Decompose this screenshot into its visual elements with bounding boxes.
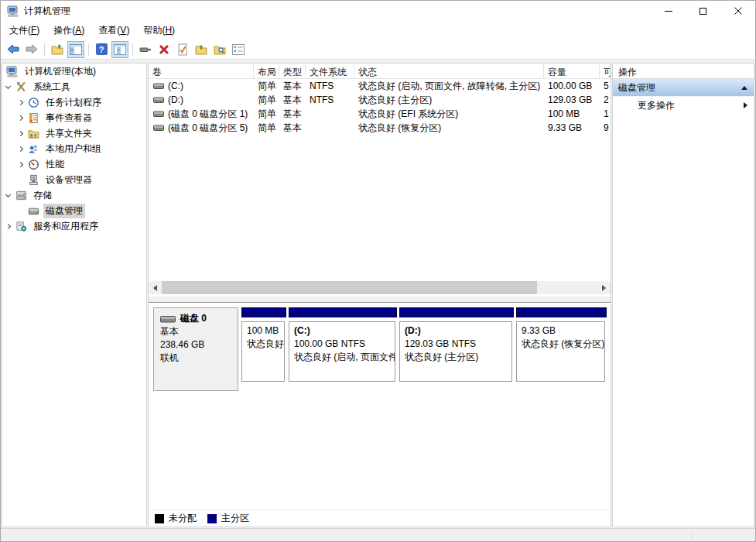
chevron-collapsed-icon[interactable]	[5, 223, 11, 228]
chevron-collapsed-icon[interactable]	[18, 146, 23, 151]
tree-item-label: 服务和应用程序	[31, 219, 101, 234]
chevron-expanded-icon[interactable]	[5, 191, 11, 197]
menu-help[interactable]: 帮助(H)	[136, 22, 182, 39]
close-icon	[734, 7, 742, 15]
menu-label: 文件(	[9, 25, 31, 36]
performance-icon	[27, 158, 39, 170]
delete-x-icon	[159, 44, 169, 55]
partition-status: 状态良好 (恢复分区)	[522, 338, 604, 351]
scroll-right-button[interactable]	[597, 281, 611, 294]
back-button[interactable]	[5, 41, 22, 58]
delete-button[interactable]	[156, 41, 173, 58]
volume-type: 基本	[279, 80, 306, 93]
volume-free: 9	[600, 122, 611, 133]
chevron-collapsed-icon[interactable]	[18, 99, 23, 105]
column-header-volume[interactable]: 卷	[149, 63, 254, 78]
column-header-layout[interactable]: 布局	[254, 63, 279, 78]
partition-efi[interactable]: 100 MB 状态良好	[241, 307, 286, 391]
scrollbar-thumb[interactable]	[162, 281, 537, 294]
minimize-button[interactable]	[651, 1, 686, 21]
tree-item-local-users-groups[interactable]: 本地用户和组	[2, 141, 146, 156]
chevron-collapsed-icon[interactable]	[18, 130, 23, 136]
tree-item-performance[interactable]: 性能	[2, 156, 146, 172]
column-header-type[interactable]: 类型	[279, 63, 306, 78]
disk-device-icon	[139, 43, 152, 56]
tree-item-task-scheduler[interactable]: 任务计划程序	[2, 94, 146, 110]
tree-item-label: 事件查看器	[43, 111, 94, 125]
disk-type: 基本	[160, 325, 231, 338]
tree-item-computer-management[interactable]: 计算机管理(本地)	[2, 63, 146, 79]
chevron-collapsed-icon[interactable]	[18, 115, 23, 120]
forward-arrow-icon	[26, 44, 38, 54]
volume-row-partition1[interactable]: (磁盘 0 磁盘分区 1) 简单 基本 状态良好 (EFI 系统分区) 100 …	[149, 107, 611, 121]
computer-icon	[7, 5, 19, 17]
device-manager-icon	[27, 173, 39, 186]
tree-item-storage[interactable]: 存储	[2, 187, 146, 203]
volume-icon	[153, 124, 164, 132]
menu-file[interactable]: 文件(F)	[2, 22, 46, 39]
partition-d[interactable]: (D:) 129.03 GB NTFS 状态良好 (主分区)	[399, 307, 514, 391]
folder-search-button[interactable]	[211, 41, 228, 58]
help-button[interactable]: ?	[93, 41, 110, 58]
checklist-icon	[232, 44, 245, 55]
graphical-view: 磁盘 0 基本 238.46 GB 联机 100 MB	[149, 303, 611, 527]
folder-up-button[interactable]	[193, 41, 210, 58]
volume-row-partition5[interactable]: (磁盘 0 磁盘分区 5) 简单 基本 状态良好 (恢复分区) 9.33 GB …	[149, 121, 611, 135]
scroll-left-button[interactable]	[149, 281, 162, 294]
menu-action[interactable]: 操作(A)	[46, 22, 91, 39]
volume-row-d[interactable]: (D:) 简单 基本 NTFS 状态良好 (主分区) 129.03 GB 2	[149, 93, 611, 107]
partition-color-bar	[399, 307, 514, 317]
disk0-info-box[interactable]: 磁盘 0 基本 238.46 GB 联机	[153, 307, 238, 391]
tree-item-system-tools[interactable]: 系统工具	[2, 79, 146, 94]
more-actions-label: 更多操作	[638, 99, 744, 112]
maximize-button[interactable]	[686, 1, 720, 21]
volume-row-c[interactable]: (C:) 简单 基本 NTFS 状态良好 (启动, 页面文件, 故障转储, 主分…	[149, 79, 611, 93]
device-button[interactable]	[137, 41, 154, 58]
menu-view[interactable]: 查看(V)	[91, 22, 136, 39]
primary-partition-swatch-icon	[207, 514, 217, 523]
menu-label: )	[126, 25, 129, 36]
shared-folders-icon	[27, 127, 39, 139]
column-header-filesystem[interactable]: 文件系统	[306, 63, 354, 78]
partition-size: 100.00 GB NTFS	[294, 338, 395, 351]
column-header-status[interactable]: 状态	[354, 63, 544, 78]
tree-item-services-applications[interactable]: 服务和应用程序	[2, 218, 146, 234]
console-tree-toggle-button[interactable]	[67, 41, 84, 58]
collapse-icon[interactable]	[741, 86, 747, 90]
volume-name: (D:)	[168, 94, 183, 105]
forward-button[interactable]	[23, 41, 40, 58]
actions-group-disk-management[interactable]: 磁盘管理	[613, 79, 754, 97]
checklist-button[interactable]	[230, 41, 247, 58]
tree-item-label: 存储	[31, 188, 54, 203]
tree-item-event-viewer[interactable]: 事件查看器	[2, 110, 146, 125]
maximize-icon	[700, 8, 706, 15]
chevron-expanded-icon[interactable]	[5, 83, 11, 88]
column-header-capacity[interactable]: 容量	[544, 63, 600, 78]
action-pane-toggle-button[interactable]	[111, 41, 128, 58]
partition-c[interactable]: (C:) 100.00 GB NTFS 状态良好 (启动, 页面文件, 故障转储…	[289, 307, 397, 391]
volume-icon	[153, 82, 164, 90]
tree-item-shared-folders[interactable]: 共享文件夹	[2, 125, 146, 141]
tree-item-disk-management[interactable]: 磁盘管理	[2, 203, 146, 218]
partition-label: (D:)	[405, 324, 511, 338]
horizontal-scrollbar[interactable]	[149, 281, 611, 294]
volume-icon	[153, 96, 164, 104]
folder-arrow-button[interactable]	[49, 41, 66, 58]
partition-status: 状态良好	[247, 338, 284, 351]
partition-recovery[interactable]: 9.33 GB 状态良好 (恢复分区)	[516, 307, 607, 391]
column-header-free[interactable]: 可	[600, 63, 611, 78]
help-icon: ?	[96, 43, 108, 55]
unallocated-swatch-icon	[155, 514, 164, 523]
volume-capacity: 9.33 GB	[544, 122, 600, 133]
services-icon	[15, 220, 27, 232]
chevron-collapsed-icon[interactable]	[18, 161, 23, 166]
volume-status: 状态良好 (恢复分区)	[354, 122, 544, 135]
close-button[interactable]	[720, 1, 755, 21]
volume-list: 卷 布局 类型 文件系统 状态 容量 可 (C:) 简单 基本 NTFS 状态良…	[149, 63, 611, 294]
more-actions-item[interactable]: 更多操作	[613, 97, 754, 114]
volume-type: 基本	[279, 122, 306, 135]
pane-splitter[interactable]	[149, 294, 611, 303]
volume-free: 2	[600, 94, 611, 105]
check-document-button[interactable]	[174, 41, 191, 58]
tree-item-device-manager[interactable]: 设备管理器	[2, 172, 146, 187]
